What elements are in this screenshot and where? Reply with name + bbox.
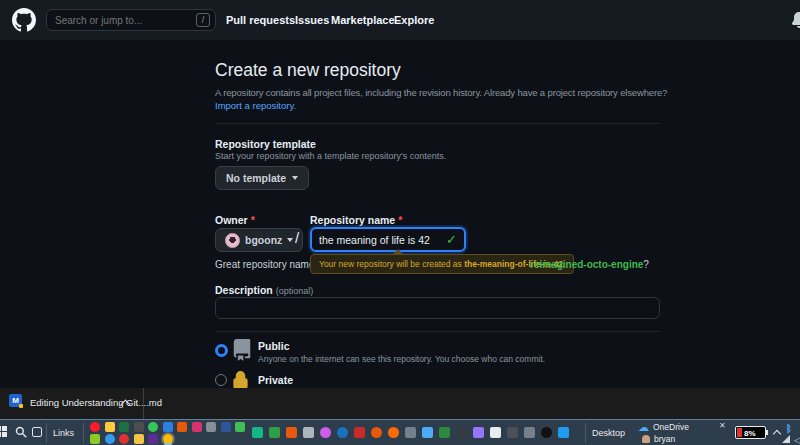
tux-linux-icon[interactable] xyxy=(541,427,552,438)
purple-bars-app-icon[interactable] xyxy=(473,427,484,438)
photos-app-icon[interactable] xyxy=(235,422,245,432)
bluetooth-icon[interactable]: ᛒ xyxy=(786,423,792,434)
onedrive-tray-item[interactable]: ☁ OneDrive xyxy=(638,422,689,432)
private-label: Private xyxy=(258,374,293,386)
divider xyxy=(215,123,660,124)
vscode-icon[interactable] xyxy=(558,427,569,438)
markdown-file-icon: M xyxy=(9,394,22,407)
divider xyxy=(46,423,47,443)
repository-name-label: Repository name* xyxy=(310,214,402,226)
sharex-icon[interactable] xyxy=(252,427,263,438)
orange-app-icon[interactable] xyxy=(177,422,187,432)
quick-launch-row-1 xyxy=(90,422,245,432)
great-names-hint: Great repository names xyxy=(215,259,320,270)
github-header: / Pull requests Issues Marketplace Explo… xyxy=(0,0,800,40)
repository-name-input[interactable] xyxy=(312,229,438,250)
opera-gx-icon[interactable] xyxy=(119,434,129,444)
word-icon[interactable] xyxy=(221,422,231,432)
excel-icon[interactable] xyxy=(119,422,129,432)
green-diamond-app-icon[interactable] xyxy=(269,427,280,438)
required-asterisk: * xyxy=(251,214,255,226)
owner-avatar xyxy=(225,233,240,248)
document-app-icon[interactable] xyxy=(490,427,501,438)
public-radio[interactable] xyxy=(215,344,228,357)
quick-launch-row-2 xyxy=(90,434,173,444)
user-tray-item[interactable]: bryan xyxy=(642,434,675,444)
nav-pull-requests[interactable]: Pull requests xyxy=(226,14,295,26)
home-app-icon[interactable] xyxy=(422,427,433,438)
notepad-icon[interactable] xyxy=(134,434,144,444)
repository-template-description: Start your repository with a template re… xyxy=(215,151,446,161)
volume-icon[interactable]: ◁ xyxy=(794,435,800,445)
description-input[interactable] xyxy=(216,300,646,318)
battery-indicator[interactable]: 8% xyxy=(735,426,766,439)
nav-explore[interactable]: Explore xyxy=(394,14,434,26)
tray-chevron-up-icon[interactable] xyxy=(773,430,781,438)
magenta-orb-app-icon[interactable] xyxy=(320,427,331,438)
chevron-down-icon xyxy=(287,238,293,242)
repo-book-icon xyxy=(231,339,253,361)
file-explorer-icon[interactable] xyxy=(105,422,115,432)
private-radio[interactable] xyxy=(215,374,227,386)
close-icon[interactable]: ✕ xyxy=(719,421,726,430)
spreadsheet-app-icon[interactable] xyxy=(439,427,450,438)
record-app-icon[interactable] xyxy=(456,427,467,438)
sticky-notes-icon[interactable] xyxy=(90,434,100,444)
import-repository-link[interactable]: Import a repository. xyxy=(215,100,296,111)
divider xyxy=(83,423,84,443)
repository-name-field: ✓ xyxy=(310,227,466,252)
taskbar-app-strip xyxy=(252,427,569,438)
links-toolbar[interactable]: Links xyxy=(53,428,74,438)
divider xyxy=(143,388,144,419)
search-app-icon[interactable] xyxy=(105,434,115,444)
onedrive-label: OneDrive xyxy=(653,422,689,432)
desktop-toolbar[interactable]: Desktop xyxy=(592,428,625,438)
owner-label: Owner* xyxy=(215,214,255,226)
red-pattern-app-icon[interactable] xyxy=(354,427,365,438)
chrome-icon[interactable] xyxy=(163,434,173,444)
owner-dropdown[interactable]: bgoonz xyxy=(215,228,303,252)
visual-studio-icon[interactable] xyxy=(148,434,158,444)
divider xyxy=(215,331,660,332)
ubuntu-icon[interactable] xyxy=(388,427,399,438)
valid-check-icon: ✓ xyxy=(446,232,457,247)
search-input[interactable] xyxy=(47,11,177,31)
gray-app-icon[interactable] xyxy=(206,422,216,432)
download-shelf: M Editing Understanding Git....md xyxy=(0,388,800,419)
nav-marketplace[interactable]: Marketplace xyxy=(331,14,395,26)
owner-name: bgoonz xyxy=(245,234,282,246)
github-logo-icon[interactable] xyxy=(12,8,36,32)
start-button-icon[interactable] xyxy=(0,426,8,438)
optional-note: (optional) xyxy=(276,286,314,296)
cloud-icon: ☁ xyxy=(638,422,649,432)
public-description: Anyone on the internet can see this repo… xyxy=(258,354,545,364)
file-app-icon[interactable] xyxy=(303,427,314,438)
network-signal-icon[interactable] xyxy=(782,435,790,443)
chat-app-icon[interactable] xyxy=(524,427,535,438)
no-template-label: No template xyxy=(226,172,286,184)
taskbar-search-icon[interactable] xyxy=(15,426,27,438)
edge-icon[interactable] xyxy=(337,427,348,438)
public-label: Public xyxy=(258,340,290,352)
person-icon xyxy=(642,435,650,443)
blender-icon[interactable] xyxy=(286,427,297,438)
opera-icon[interactable] xyxy=(90,422,100,432)
rust-app-icon[interactable] xyxy=(371,427,382,438)
screen: / Pull requests Issues Marketplace Explo… xyxy=(0,0,800,445)
description-field xyxy=(215,297,660,319)
terminal-icon[interactable] xyxy=(134,422,144,432)
page-subtitle: A repository contains all project files,… xyxy=(215,87,667,98)
blue-app-icon[interactable] xyxy=(163,422,173,432)
display-app-icon[interactable] xyxy=(507,427,518,438)
task-view-icon[interactable] xyxy=(32,427,42,437)
red-app-icon[interactable] xyxy=(192,422,202,432)
no-template-dropdown[interactable]: No template xyxy=(215,166,309,190)
description-label: Description (optional) xyxy=(215,284,313,296)
chevron-down-icon xyxy=(292,176,298,180)
notifications-bell-icon[interactable] xyxy=(791,12,800,28)
monitor-app-icon[interactable] xyxy=(405,427,416,438)
slash-key-badge: / xyxy=(196,13,210,27)
green-orb-app-icon[interactable] xyxy=(148,422,158,432)
nav-issues[interactable]: Issues xyxy=(295,14,329,26)
repo-name-suggestion-link[interactable]: reimagined-octo-engine? xyxy=(530,259,649,270)
